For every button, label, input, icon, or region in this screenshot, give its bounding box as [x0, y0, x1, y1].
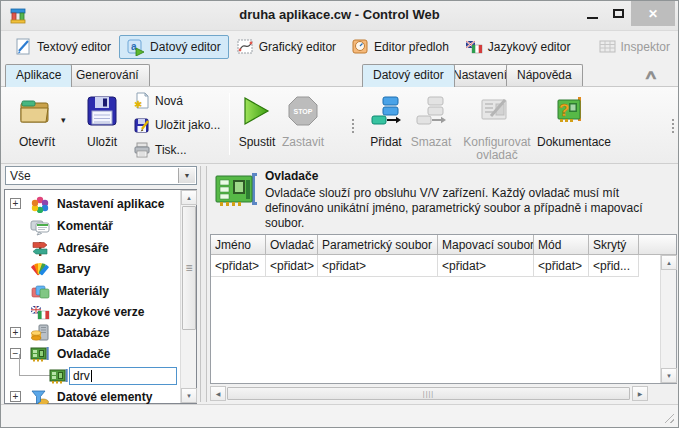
h-scroll-thumb[interactable]: ||||	[227, 387, 630, 400]
scroll-up-icon: ▲	[666, 260, 672, 266]
inspector-button[interactable]: Inspektor	[591, 35, 678, 59]
column-header-mod[interactable]: Mód	[534, 235, 589, 254]
text-cursor	[91, 370, 92, 382]
stop-icon: STOP	[287, 95, 319, 127]
view-filter-combobox[interactable]: Vše ▼	[5, 166, 197, 185]
graphic-editor-button[interactable]: Grafický editor	[229, 35, 344, 59]
tree-label: Datové elementy	[57, 390, 152, 404]
maximize-icon	[613, 9, 624, 18]
driver-tree: + Nastavení aplikace Komentář Adresáře B…	[4, 189, 197, 404]
expander-plus-icon[interactable]: +	[10, 391, 21, 402]
column-header-parametricky-soubor[interactable]: Parametrický soubor	[318, 235, 438, 254]
text-editor-label: Textový editor	[37, 40, 111, 54]
tree-label: Barvy	[57, 262, 90, 276]
title-bar: druha aplikace.cw - Control Web ✕	[1, 1, 678, 31]
scroll-down-icon: ▼	[186, 393, 192, 399]
tree-scrollbar[interactable]: ▲ ≡ ▼	[180, 190, 196, 403]
cell-mapovaci-soubor[interactable]: <přidat>	[438, 255, 534, 277]
scroll-up-button[interactable]: ▲	[661, 255, 677, 270]
play-icon	[240, 95, 272, 127]
cell-ovladac[interactable]: <přidat>	[266, 255, 318, 277]
tab-label: Datový editor	[373, 68, 444, 82]
signpost-icon	[30, 240, 50, 257]
ribbon-group-splitter[interactable]	[349, 89, 356, 163]
thumb-grip-icon: ||||	[423, 390, 434, 397]
table-scrollbar-horizontal[interactable]: ◀ |||| ▶	[210, 386, 648, 401]
open-button[interactable]	[19, 96, 52, 129]
detail-panel: Ovladače Ovladače slouží pro obsluhu V/V…	[208, 164, 678, 404]
save-as-icon	[134, 117, 150, 133]
maximize-button[interactable]	[605, 1, 631, 26]
tab-label: Aplikace	[16, 68, 61, 82]
column-header-ovladac[interactable]: Ovladač	[266, 235, 318, 254]
data-editor-button[interactable]: a Datový editor	[119, 35, 229, 59]
printer-icon	[134, 142, 150, 158]
close-button[interactable]: ✕	[631, 1, 675, 26]
collapse-ribbon-chevron-icon[interactable]: ∧	[644, 67, 659, 82]
tab-label: Nápověda	[517, 68, 572, 82]
combo-arrow-icon: ▼	[184, 172, 191, 179]
run-button[interactable]	[240, 95, 272, 130]
documentation-button[interactable]: ?	[554, 95, 588, 130]
new-button[interactable]: ✱ Nová	[134, 92, 183, 109]
splitter-grip-icon	[352, 119, 354, 133]
scroll-right-button[interactable]: ▶	[632, 386, 648, 401]
new-label: Nová	[155, 94, 183, 108]
graphic-editor-label: Grafický editor	[259, 40, 336, 54]
save-button[interactable]	[86, 95, 118, 130]
tree-label: Adresáře	[57, 241, 109, 255]
ribbon-tab-datovy-editor[interactable]: Datový editor	[362, 64, 455, 87]
driver-card-large-icon	[214, 170, 260, 210]
ribbon-tab-napoveda[interactable]: Nápověda	[506, 64, 583, 86]
open-label: Otevřít	[9, 135, 65, 149]
stop-button[interactable]: STOP	[287, 95, 319, 130]
tree-scroll-thumb[interactable]: ≡	[182, 206, 196, 330]
language-editor-button[interactable]: Jazykový editor	[457, 35, 579, 59]
save-as-button[interactable]: Uložit jako...	[134, 117, 220, 133]
delete-button[interactable]	[415, 95, 447, 130]
minimize-button[interactable]	[579, 1, 605, 26]
cell-parametricky-soubor[interactable]: <přidat>	[318, 255, 438, 277]
tree-label: Ovladače	[57, 347, 110, 361]
configure-driver-button[interactable]	[479, 96, 511, 129]
combo-arrow-button[interactable]: ▼	[178, 168, 195, 183]
column-header-skryty[interactable]: Skrytý	[589, 235, 639, 254]
expander-plus-icon[interactable]: +	[10, 327, 21, 338]
template-editor-button[interactable]: Editor předloh	[344, 35, 457, 59]
database-icon	[30, 324, 50, 342]
sidebar-splitter[interactable]	[200, 166, 207, 402]
table-scrollbar-vertical[interactable]: ▲ ▼	[660, 255, 676, 383]
tree-label: Nastavení aplikace	[57, 197, 164, 211]
ribbon-tab-generovani[interactable]: Generování	[65, 64, 150, 86]
flags-icon	[30, 304, 50, 321]
cell-mod[interactable]: <přidat>	[534, 255, 589, 277]
add-button[interactable]	[370, 95, 402, 130]
column-header-jmeno[interactable]: Jméno	[211, 235, 266, 254]
ribbon-tab-aplikace[interactable]: Aplikace	[5, 64, 72, 87]
cell-skryty[interactable]: <přid...	[589, 255, 639, 277]
column-header-mapovaci-soubor[interactable]: Mapovací soubor	[438, 235, 534, 254]
content-area: Vše ▼ + Nastavení aplikace Komentář Adre…	[1, 164, 678, 404]
expander-plus-icon[interactable]: +	[10, 198, 21, 209]
open-dropdown-arrow[interactable]: ▾	[61, 115, 66, 125]
app-window: druha aplikace.cw - Control Web ✕ Textov…	[0, 0, 679, 428]
cell-jmeno[interactable]: <přidat>	[211, 255, 266, 277]
ribbon-tab-row: Aplikace Generování Datový editor Nastav…	[1, 63, 678, 86]
tree-label: Jazykové verze	[57, 305, 144, 319]
resize-grip[interactable]	[662, 411, 674, 423]
scroll-down-button[interactable]: ▼	[661, 368, 677, 383]
scroll-down-button[interactable]: ▼	[181, 388, 197, 403]
text-editor-button[interactable]: Textový editor	[7, 35, 119, 59]
graphic-editor-icon	[237, 38, 254, 55]
svg-text:STOP: STOP	[294, 108, 313, 115]
ribbon-edge-grip[interactable]	[669, 89, 676, 163]
name-edit-input[interactable]: drv	[69, 367, 177, 385]
configure-label-line2: ovladač	[457, 148, 537, 162]
scroll-up-button[interactable]: ▲	[181, 190, 197, 205]
scroll-left-button[interactable]: ◀	[210, 386, 226, 401]
colors-icon	[30, 261, 50, 278]
panel-title: Ovladače	[265, 169, 318, 183]
save-as-label: Uložit jako...	[155, 118, 220, 132]
print-button[interactable]: Tisk...	[134, 142, 187, 158]
drivers-table: Jméno Ovladač Parametrický soubor Mapova…	[210, 234, 677, 384]
